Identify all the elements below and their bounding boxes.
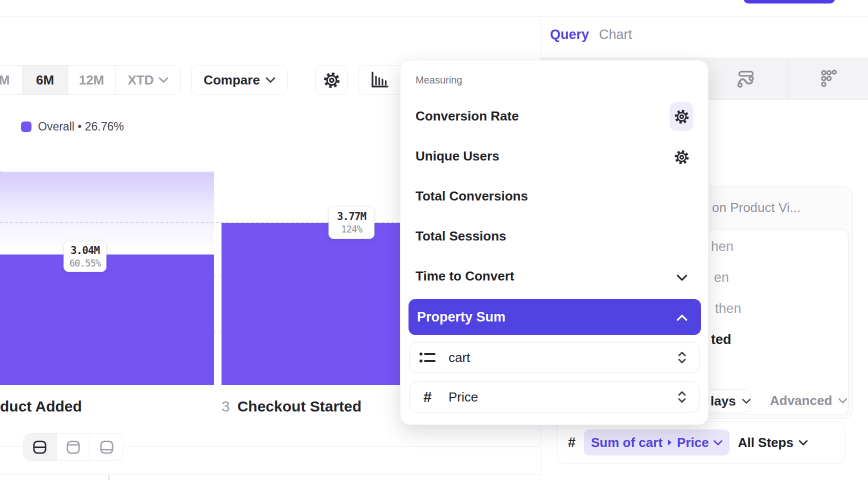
all-steps-label: All Steps [738,435,794,450]
tab-query-label: Query [550,27,589,42]
advanced-label: Advanced [770,393,832,408]
chevron-down-icon [158,77,168,83]
range-xtd[interactable]: XTD [116,66,180,94]
menu-item-label: Total Conversions [416,188,528,204]
layout-split-middle-icon [32,440,48,455]
property-select-value: cart [448,350,470,366]
date-range-segmented-control: M 6M 12M XTD [0,65,181,95]
value-label-product-added: 3.04M 60.55% [64,241,106,272]
step-row-fragment-selected[interactable]: ted [711,332,732,348]
range-6m[interactable]: 6M [22,66,68,94]
bottom-section-divider [0,474,540,475]
measurement-step-row: # Sum of cart Price All Steps [556,421,845,464]
menu-item-label: Time to Convert [416,268,514,284]
property-select-price[interactable]: # Price [410,382,700,412]
chevron-down-icon [838,398,848,404]
menu-item-conversion-rate[interactable]: Conversion Rate [416,108,519,124]
flows-view-button[interactable] [730,63,761,94]
chevron-down-icon [798,440,808,446]
header-divider [0,16,868,17]
number-property-icon: # [568,435,576,450]
range-xtd-label: XTD [128,72,154,88]
chevron-up-icon[interactable] [676,314,688,321]
chart-settings-button[interactable] [316,65,348,95]
chevron-down-icon[interactable] [676,274,688,281]
layout-split-top-icon [66,440,81,455]
chevron-down-icon [714,440,722,446]
app-window: M 6M 12M XTD Compare Overall • 26.76% [0,0,868,480]
funnel-bar-previous-total-area [0,172,214,255]
pill-subproperty-label: Price [677,435,709,450]
list-icon [418,351,436,364]
menu-item-label: Unique Users [416,148,500,164]
menu-item-total-conversions[interactable]: Total Conversions [416,188,528,204]
range-12m-label: 12M [79,72,104,88]
step-row-fragment[interactable]: en [714,270,729,286]
layout-split-bottom-button[interactable] [90,434,123,460]
advanced-button[interactable]: Advanced [770,393,848,408]
step-name: Checkout Started [238,398,362,414]
layout-split-middle-button[interactable] [24,434,57,460]
retention-view-button[interactable] [814,63,844,94]
conversion-window-label: lays [710,394,736,409]
step-label-product-added: duct Added [0,398,82,415]
legend-label: Overall • 26.76% [38,120,124,134]
flows-icon [735,68,756,89]
all-steps-dropdown[interactable]: All Steps [738,435,808,450]
bottom-section-tick [108,474,110,480]
menu-item-label: Total Sessions [416,228,506,244]
step-row-fragment[interactable]: then [715,301,742,316]
panel-layout-toggle-group [23,433,124,461]
value-text: 3.04M [70,244,100,256]
measuring-dropdown-menu: Measuring Conversion Rate Unique Users T… [400,60,708,425]
dots-grid-icon [818,68,840,89]
bar-chart-icon [370,72,388,88]
chevron-down-icon [742,398,750,404]
primary-action-button[interactable] [744,0,835,4]
funnel-bar-product-added[interactable] [0,254,214,385]
gear-icon [674,149,690,166]
unfold-icon [677,390,687,404]
arrow-right-icon [667,439,672,446]
unique-users-settings-button[interactable] [670,142,694,172]
range-6m-label: 6M [36,72,54,88]
step-number: 3 [222,398,230,414]
pill-property-label: Sum of cart [591,435,662,450]
value-text: 3.77M [337,210,366,222]
chevron-down-icon [266,77,276,83]
toolbar-strip-divider [788,58,788,100]
menu-item-time-to-convert[interactable]: Time to Convert [416,268,514,284]
legend-swatch [21,122,32,132]
tab-chart-label: Chart [599,27,632,42]
compare-label: Compare [204,72,260,88]
layout-split-bottom-icon [99,440,114,455]
menu-item-property-sum-selected[interactable]: Property Sum [408,299,701,335]
layout-split-top-button[interactable] [57,434,90,460]
menu-item-total-sessions[interactable]: Total Sessions [416,228,506,244]
property-sum-pill-dropdown[interactable]: Sum of cart Price [584,430,730,456]
step-label-checkout-started: 3Checkout Started [222,398,362,415]
menu-section-label: Measuring [416,74,462,86]
query-section-header: on Product Vi... [712,200,800,216]
conversion-rate-settings-button[interactable] [670,102,694,131]
menu-item-unique-users[interactable]: Unique Users [416,148,500,164]
tab-chart[interactable]: Chart [599,27,632,42]
menu-item-label: Property Sum [417,310,506,325]
range-1m-label: M [0,72,10,88]
compare-button[interactable]: Compare [191,65,288,95]
unfold-icon [677,351,687,364]
legend-item-overall[interactable]: Overall • 26.76% [21,120,124,134]
property-select-cart[interactable]: cart [410,342,700,373]
step-row-fragment[interactable]: hen [711,239,734,254]
range-1m[interactable]: M [0,66,22,94]
number-icon: # [418,388,436,406]
property-select-value: Price [448,390,478,405]
step-name: duct Added [0,398,82,414]
menu-item-label: Conversion Rate [416,108,519,124]
conversion-text: 124% [341,224,362,234]
range-12m[interactable]: 12M [68,66,116,94]
chart-type-button[interactable] [358,65,403,95]
tab-query[interactable]: Query [550,27,589,42]
conversion-text: 60.55% [70,258,101,268]
gear-icon [322,71,341,90]
